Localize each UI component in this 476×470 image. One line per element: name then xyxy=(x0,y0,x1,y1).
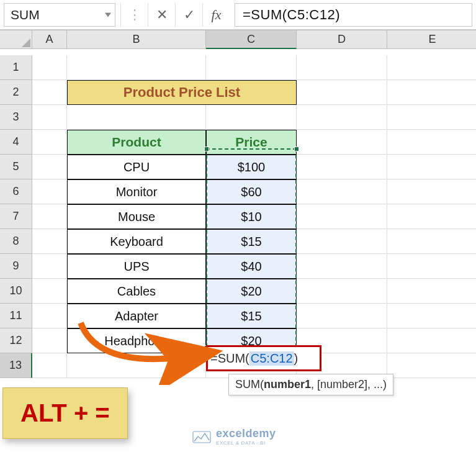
col-header-A[interactable]: A xyxy=(32,30,67,49)
cell-A6[interactable] xyxy=(32,179,67,204)
cell-D7[interactable] xyxy=(297,204,387,229)
cell-B6[interactable]: Monitor xyxy=(67,179,206,204)
cell-C8[interactable]: $15 xyxy=(206,229,297,254)
col-header-B[interactable]: B xyxy=(67,30,206,49)
cell-E2[interactable] xyxy=(387,80,476,105)
function-tooltip: SUM(number1, [number2], ...) xyxy=(228,374,393,395)
cell-E3[interactable] xyxy=(387,105,476,130)
row-header-2[interactable]: 2 xyxy=(0,80,32,105)
cell-A13[interactable] xyxy=(32,353,67,378)
cell-E1[interactable] xyxy=(387,55,476,80)
cell-B8[interactable]: Keyboard xyxy=(67,229,206,254)
cell-E10[interactable] xyxy=(387,279,476,304)
cell-D6[interactable] xyxy=(297,179,387,204)
cell-A2[interactable] xyxy=(32,80,67,105)
product-price: $60 xyxy=(241,185,261,199)
svg-rect-0 xyxy=(193,432,210,443)
cell-A3[interactable] xyxy=(32,105,67,130)
header-price[interactable]: Price xyxy=(206,130,297,155)
tooltip-func: SUM xyxy=(235,378,260,391)
chevron-down-icon[interactable] xyxy=(105,12,111,17)
cell-D4[interactable] xyxy=(297,130,387,155)
cell-D9[interactable] xyxy=(297,254,387,279)
cell-A5[interactable] xyxy=(32,155,67,179)
cell-B5[interactable]: CPU xyxy=(67,155,206,179)
selection-handle[interactable] xyxy=(204,147,209,151)
cell-E5[interactable] xyxy=(387,155,476,179)
tooltip-arg1: number1 xyxy=(264,378,311,391)
cell-E13[interactable] xyxy=(387,353,476,378)
cell-B7[interactable]: Mouse xyxy=(67,204,206,229)
cell-B3[interactable] xyxy=(67,105,206,130)
cell-B12[interactable]: Headphone xyxy=(67,328,206,353)
fx-icon[interactable]: fx xyxy=(202,3,230,27)
row-header-1[interactable]: 1 xyxy=(0,55,32,80)
cell-C11[interactable]: $15 xyxy=(206,304,297,328)
cell-B1[interactable] xyxy=(67,55,206,80)
col-header-E[interactable]: E xyxy=(387,30,476,49)
cell-B10[interactable]: Cables xyxy=(67,279,206,304)
cell-C5[interactable]: $100 xyxy=(206,155,297,179)
header-product[interactable]: Product xyxy=(67,130,206,155)
active-formula-cell[interactable]: =SUM(C5:C12) xyxy=(206,345,321,371)
select-all-cell[interactable] xyxy=(0,30,32,49)
cell-A7[interactable] xyxy=(32,204,67,229)
cell-D5[interactable] xyxy=(297,155,387,179)
cancel-icon[interactable]: ✕ xyxy=(148,3,175,27)
formula-input[interactable]: =SUM(C5:C12) xyxy=(235,3,472,27)
name-box[interactable]: SUM xyxy=(4,3,115,27)
row-header-11[interactable]: 11 xyxy=(0,304,32,328)
header-price-label: Price xyxy=(235,135,267,150)
cell-A4[interactable] xyxy=(32,130,67,155)
cell-C1[interactable] xyxy=(206,55,297,80)
cell-B11[interactable]: Adapter xyxy=(67,304,206,328)
cell-A10[interactable] xyxy=(32,279,67,304)
cell-E7[interactable] xyxy=(387,204,476,229)
product-name: Headphone xyxy=(104,334,168,348)
cell-E4[interactable] xyxy=(387,130,476,155)
spreadsheet-grid[interactable]: A B C D E 1 2 Product Price List 3 4 Pro… xyxy=(0,30,476,378)
cell-A1[interactable] xyxy=(32,55,67,80)
cell-A11[interactable] xyxy=(32,304,67,328)
cell-E12[interactable] xyxy=(387,328,476,353)
cell-D3[interactable] xyxy=(297,105,387,130)
formula-prefix: =SUM( xyxy=(210,351,249,366)
cell-C7[interactable]: $10 xyxy=(206,204,297,229)
row-header-8[interactable]: 8 xyxy=(0,229,32,254)
cell-D11[interactable] xyxy=(297,304,387,328)
cell-E9[interactable] xyxy=(387,254,476,279)
row-header-5[interactable]: 5 xyxy=(0,155,32,179)
row-header-7[interactable]: 7 xyxy=(0,204,32,229)
shortcut-callout: ALT + = xyxy=(2,387,128,439)
row-header-4[interactable]: 4 xyxy=(0,130,32,155)
expand-icon[interactable]: ⋮ xyxy=(120,3,148,27)
cell-D10[interactable] xyxy=(297,279,387,304)
cell-A8[interactable] xyxy=(32,229,67,254)
col-header-C[interactable]: C xyxy=(206,30,297,49)
product-name: Cables xyxy=(117,284,156,299)
cell-C10[interactable]: $20 xyxy=(206,279,297,304)
cell-B13[interactable] xyxy=(67,353,206,378)
selection-handle[interactable] xyxy=(294,147,299,151)
cell-C6[interactable]: $60 xyxy=(206,179,297,204)
cell-C9[interactable]: $40 xyxy=(206,254,297,279)
enter-icon[interactable]: ✓ xyxy=(175,3,202,27)
cell-E11[interactable] xyxy=(387,304,476,328)
cell-D8[interactable] xyxy=(297,229,387,254)
title-cell[interactable]: Product Price List xyxy=(67,80,297,105)
row-header-3[interactable]: 3 xyxy=(0,105,32,130)
cell-D1[interactable] xyxy=(297,55,387,80)
row-header-12[interactable]: 12 xyxy=(0,328,32,353)
cell-E8[interactable] xyxy=(387,229,476,254)
cell-A9[interactable] xyxy=(32,254,67,279)
row-header-9[interactable]: 9 xyxy=(0,254,32,279)
row-header-6[interactable]: 6 xyxy=(0,179,32,204)
cell-C3[interactable] xyxy=(206,105,297,130)
col-header-D[interactable]: D xyxy=(297,30,387,49)
row-header-13[interactable]: 13 xyxy=(0,353,32,378)
cell-B9[interactable]: UPS xyxy=(67,254,206,279)
cell-E6[interactable] xyxy=(387,179,476,204)
cell-D2[interactable] xyxy=(297,80,387,105)
row-header-10[interactable]: 10 xyxy=(0,279,32,304)
cell-A12[interactable] xyxy=(32,328,67,353)
